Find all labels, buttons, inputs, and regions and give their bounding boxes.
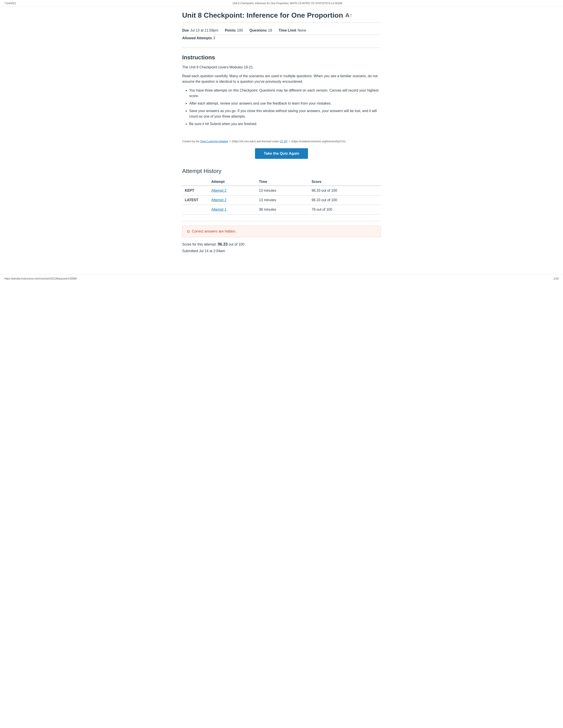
attribution-prefix: Content by the	[182, 140, 200, 143]
row-score-kept: 96.33 out of 100	[309, 186, 381, 195]
list-item-4: Be sure it hit Submit when you are finis…	[189, 121, 381, 127]
cc-link[interactable]: CC BY	[280, 140, 288, 143]
attempt-history-section: Attempt History Attempt Time Score KEPT …	[182, 168, 381, 214]
allowed-attempts-value: 3	[213, 36, 215, 40]
browser-bar: 7/14/2021 Unit 8 Checkpoint: Inference f…	[0, 0, 563, 7]
oli-url: (https://oli.cmu.edu/)	[232, 140, 256, 143]
warning-icon: ⊙	[187, 229, 190, 234]
col-header-status	[182, 178, 209, 186]
divider-result	[182, 221, 381, 221]
meta-questions: Questions 18	[249, 28, 272, 32]
quiz-button-container: Take the Quiz Again	[182, 148, 381, 159]
meta-due: Due Jul 13 at 11:59pm	[182, 28, 218, 32]
instructions-title: Instructions	[182, 54, 381, 61]
allowed-attempts-label: Allowed Attempts	[182, 36, 212, 40]
row-attempt-1: Attempt 1	[209, 205, 256, 214]
row-time-kept: 13 minutes	[256, 186, 309, 195]
attempt-2-kept-link[interactable]: Attempt 2	[211, 189, 226, 192]
row-status-kept: KEPT	[182, 186, 209, 195]
questions-value: 18	[268, 28, 272, 32]
attempt-history-title: Attempt History	[182, 168, 381, 174]
table-row: Attempt 1 38 minutes 78 out of 100	[182, 205, 381, 214]
score-section: Score for this attempt: 96.33 out of 100…	[182, 241, 381, 256]
score-prefix: Score for this attempt:	[182, 242, 218, 246]
oli-symbol: ↗	[229, 140, 231, 143]
table-header-row: Attempt Time Score	[182, 178, 381, 186]
cc-symbol: ↗	[289, 140, 291, 143]
instructions-list: You have three attempts on this Checkpoi…	[182, 88, 381, 127]
browser-tab-title: Unit 8 Checkpoint: Inference for One Pro…	[232, 2, 342, 5]
content-attribution: Content by the Open Learning Initiative …	[182, 140, 381, 143]
footer-url: https://peralta.instructure.com/courses/…	[4, 277, 77, 280]
submitted-line: Submitted Jul 14 at 2:04am	[182, 248, 381, 254]
instructions-section: Instructions The Unit 8 Checkpoint cover…	[182, 54, 381, 127]
row-time-latest: 13 minutes	[256, 195, 309, 205]
meta-points: Points 100	[225, 28, 243, 32]
points-value: 100	[237, 28, 243, 32]
attribution-suffix: .	[346, 140, 347, 143]
meta-row: Due Jul 13 at 11:59pm Points 100 Questio…	[182, 25, 381, 35]
score-line: Score for this attempt: 96.33 out of 100	[182, 241, 381, 248]
table-row: LATEST Attempt 2 13 minutes 96.33 out of…	[182, 195, 381, 205]
row-score-1: 78 out of 100	[309, 205, 381, 214]
instructions-para-1: The Unit 8 Checkpoint covers Modules 19-…	[182, 64, 381, 70]
row-attempt-2-latest: Attempt 2	[209, 195, 256, 205]
col-header-score: Score	[309, 178, 381, 186]
attempt-1-link[interactable]: Attempt 1	[211, 208, 226, 211]
col-header-attempt: Attempt	[209, 178, 256, 186]
attribution-middle: and licensed under	[256, 140, 280, 143]
title-icon: A↑	[345, 12, 352, 19]
list-item-1: You have three attempts on this Checkpoi…	[189, 88, 381, 99]
footer-page-number: 1/18	[554, 277, 559, 280]
due-label: Due	[182, 28, 189, 32]
meta-time-limit: Time Limit None	[278, 28, 306, 32]
score-value: 96.33	[218, 242, 227, 246]
list-item-2: After each attempt, review your answers …	[189, 101, 381, 106]
points-label: Points	[225, 28, 235, 32]
page-title: Unit 8 Checkpoint: Inference for One Pro…	[182, 11, 381, 23]
score-suffix: out of 100	[227, 242, 244, 246]
divider-meta	[182, 48, 381, 48]
correct-answers-box: ⊙ Correct answers are hidden.	[182, 226, 381, 237]
footer-bar: https://peralta.instructure.com/courses/…	[0, 274, 563, 283]
take-quiz-button[interactable]: Take the Quiz Again	[255, 148, 308, 159]
meta-allowed-attempts: Allowed Attempts 3	[182, 36, 381, 40]
meta-row-second: Allowed Attempts 3	[182, 35, 381, 43]
row-status-empty	[182, 205, 209, 214]
attempt-2-latest-link[interactable]: Attempt 2	[211, 198, 226, 202]
oli-link[interactable]: Open Learning Initiative	[200, 140, 228, 143]
time-limit-label: Time Limit	[278, 28, 296, 32]
page-wrapper: Unit 8 Checkpoint: Inference for One Pro…	[175, 7, 388, 265]
questions-label: Questions	[249, 28, 267, 32]
page-title-text: Unit 8 Checkpoint: Inference for One Pro…	[182, 11, 343, 19]
row-score-latest: 96.33 out of 100	[309, 195, 381, 205]
attempt-table: Attempt Time Score KEPT Attempt 2 13 min…	[182, 178, 381, 214]
col-header-time: Time	[256, 178, 309, 186]
row-status-latest: LATEST	[182, 195, 209, 205]
due-value: Jul 13 at 11:59pm	[190, 28, 218, 32]
row-time-1: 38 minutes	[256, 205, 309, 214]
cc-url: (https://creativecommons.org/licenses/by…	[292, 140, 346, 143]
row-attempt-2-kept: Attempt 2	[209, 186, 256, 195]
table-row: KEPT Attempt 2 13 minutes 96.33 out of 1…	[182, 186, 381, 195]
correct-answers-text: Correct answers are hidden.	[192, 229, 236, 233]
instructions-para-2: Read each question carefully. Many of th…	[182, 73, 381, 84]
browser-date: 7/14/2021	[4, 2, 16, 5]
time-limit-value: None	[298, 28, 306, 32]
list-item-3: Save your answers as you go. If you clos…	[189, 108, 381, 119]
